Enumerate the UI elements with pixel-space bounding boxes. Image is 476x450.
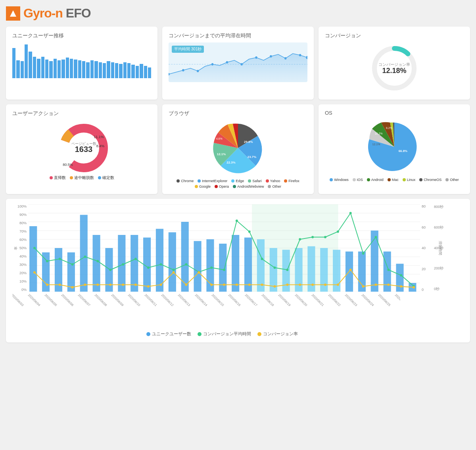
svg-text:11.1%: 11.1%: [94, 135, 104, 139]
unique-users-card: ユニークユーザー推移: [6, 27, 157, 100]
svg-rect-63: [244, 238, 252, 292]
bottom-chart-area: 100%90%80%70%60% 50%40%30%20%10%0% 率 806…: [28, 204, 420, 292]
legend-direct: 直帰数: [50, 175, 66, 181]
user-action-legend: 直帰数 途中離脱数 確定数: [50, 175, 114, 181]
logo-text: Gyro-n EFO: [23, 6, 91, 21]
svg-point-101: [337, 231, 339, 233]
legend-mid: 途中離脱数: [70, 175, 94, 181]
unique-users-chart: [12, 42, 151, 78]
svg-point-8: [255, 56, 257, 59]
user-action-donut: ページビュー数 1633 11.1% 8.4% 80.5% 直帰数 途中離脱数: [12, 120, 151, 181]
svg-point-135: [374, 283, 377, 286]
bar: [21, 61, 24, 78]
svg-point-117: [147, 285, 150, 288]
bar: [107, 61, 110, 78]
legend-chromeos: ChromeOS: [419, 178, 441, 182]
svg-rect-51: [93, 235, 100, 292]
svg-text:29.8%: 29.8%: [244, 140, 253, 144]
svg-point-130: [311, 283, 314, 286]
legend-ie: InternetExplorer: [198, 179, 227, 183]
svg-point-97: [286, 269, 288, 271]
bar: [70, 59, 73, 79]
bar: [49, 61, 52, 78]
legend-conv-rate: コンバージョン率: [257, 331, 298, 337]
svg-point-111: [71, 286, 74, 288]
legend-yahoo: Yahoo: [266, 179, 280, 183]
os-pie: 66.8% 12.1% 10.2% 8.2% Windows iOS Andro…: [325, 119, 464, 182]
browser-pie: 29.8% 23.7% 22.3% 12.1% 4.6% Chrome Inte…: [169, 120, 307, 188]
svg-point-88: [173, 269, 175, 271]
svg-point-80: [71, 263, 74, 265]
bar: [94, 61, 98, 78]
avg-time-title: コンバージョンまでの平均滞在時間: [169, 32, 307, 39]
svg-point-108: [33, 271, 36, 274]
browser-legend: Chrome InternetExplorer Edge Safari Yaho…: [169, 179, 307, 188]
bar: [86, 62, 89, 79]
legend-windows: Windows: [330, 178, 349, 182]
avg-time-card: コンバージョンまでの平均滞在時間 平均時間 301秒: [162, 27, 314, 100]
bar: [140, 64, 143, 78]
svg-text:23.7%: 23.7%: [248, 155, 256, 159]
legend-edge: Edge: [231, 179, 244, 183]
svg-point-7: [240, 63, 243, 65]
bar: [119, 64, 122, 78]
svg-point-92: [223, 269, 225, 271]
left-axis-label: 率: [13, 246, 19, 250]
legend-linux: Linux: [403, 178, 416, 182]
svg-rect-64: [257, 239, 265, 292]
svg-point-95: [261, 258, 263, 260]
svg-point-120: [185, 283, 187, 286]
svg-point-114: [109, 283, 111, 286]
svg-point-134: [362, 285, 365, 288]
svg-point-136: [387, 283, 390, 286]
conversion-title: コンバージョン: [325, 32, 464, 39]
svg-point-106: [400, 274, 402, 277]
svg-point-132: [337, 283, 339, 286]
svg-point-110: [59, 283, 61, 286]
svg-point-126: [261, 283, 263, 286]
legend-confirm: 確定数: [98, 175, 114, 181]
svg-point-137: [400, 285, 402, 288]
svg-rect-46: [29, 226, 37, 292]
svg-point-84: [122, 263, 124, 265]
svg-point-105: [387, 269, 390, 271]
bar: [99, 62, 102, 79]
svg-point-119: [173, 271, 175, 274]
legend-android-webview: AndroidWebview: [233, 185, 264, 188]
bottom-chart-card: 100%90%80%70%60% 50%40%30%20%10%0% 率 806…: [6, 199, 470, 342]
header: Gyro-n EFO: [6, 6, 470, 21]
svg-point-125: [248, 283, 251, 286]
legend-avg-time: コンバージョン平均時間: [198, 331, 251, 337]
bar: [45, 60, 48, 78]
svg-rect-65: [270, 248, 277, 292]
right-axis-label: 滞留時間: [438, 241, 443, 255]
svg-point-77: [33, 247, 36, 249]
browser-title: ブラウザ: [169, 110, 307, 117]
bar: [123, 62, 127, 79]
svg-point-109: [46, 283, 48, 286]
logo-icon: [6, 6, 20, 21]
svg-text:66.8%: 66.8%: [399, 149, 407, 153]
bar: [33, 57, 36, 78]
legend-firefox: Firefox: [284, 179, 299, 183]
bar: [61, 60, 65, 78]
bar: [25, 44, 28, 79]
legend-safari: Safari: [248, 179, 262, 183]
svg-rect-70: [333, 250, 340, 292]
bar: [78, 60, 81, 78]
svg-marker-0: [10, 10, 16, 17]
legend-opera: Opera: [215, 185, 229, 188]
bar: [54, 59, 57, 79]
svg-text:1633: 1633: [75, 145, 93, 154]
svg-text:80.5%: 80.5%: [63, 163, 73, 167]
svg-point-4: [197, 70, 199, 72]
bar: [131, 65, 134, 78]
svg-point-102: [349, 212, 352, 214]
top-row: ユニークユーザー推移 コンバージョンまでの平均滞在時間 平均時間 301秒: [6, 27, 470, 100]
legend-mac: Mac: [388, 178, 399, 182]
svg-point-81: [84, 256, 86, 258]
svg-point-94: [248, 231, 251, 233]
bar: [12, 48, 15, 79]
legend-google: Google: [195, 185, 211, 188]
svg-rect-53: [118, 235, 125, 292]
